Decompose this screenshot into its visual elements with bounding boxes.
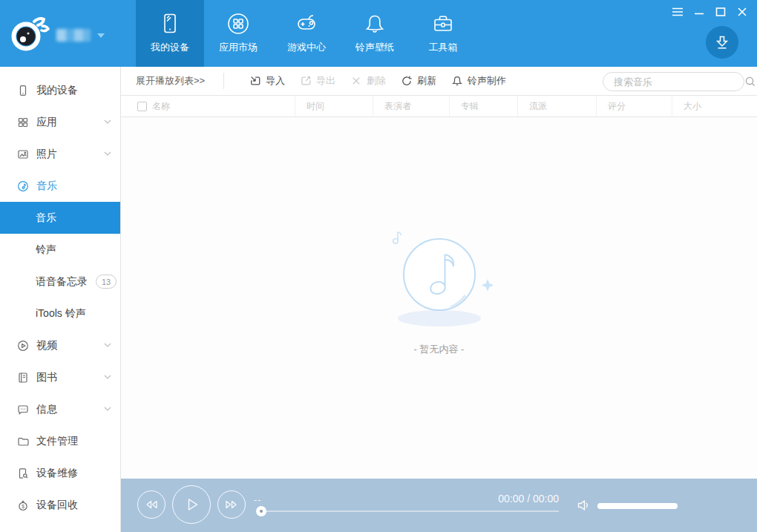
apps-grid-icon (16, 116, 29, 128)
empty-message: - 暂无内容 - (121, 343, 757, 356)
volume-fill (597, 503, 678, 509)
search-icon (744, 76, 756, 88)
search-box (603, 72, 744, 91)
tab-app-market[interactable]: 应用市场 (204, 0, 272, 67)
close-icon[interactable] (735, 5, 750, 19)
sidebar-item-device-repair[interactable]: 设备维修 (0, 457, 120, 489)
video-icon (16, 339, 29, 352)
rewind-icon (145, 500, 158, 509)
time-display: 00:00 / 00:00 (440, 493, 559, 505)
select-all-checkbox[interactable] (137, 102, 147, 111)
recycle-icon: $ (16, 499, 29, 511)
itools-window: 我的设备 应用市场 (0, 0, 757, 532)
next-track-button[interactable] (217, 490, 246, 519)
sidebar-item-apps[interactable]: 应用 (0, 106, 120, 138)
empty-music-illustration (369, 221, 510, 332)
music-icon (16, 180, 29, 192)
count-badge: 13 (96, 275, 117, 289)
tab-ringtone-wallpaper[interactable]: 铃声壁纸 (341, 0, 409, 67)
tab-label: 游戏中心 (287, 41, 326, 54)
current-track-label: -- (254, 494, 262, 505)
tab-my-device[interactable]: 我的设备 (136, 0, 204, 67)
column-header-rating[interactable]: 评分 (596, 96, 672, 116)
music-list-area: - 暂无内容 - (121, 117, 757, 479)
repair-icon (16, 467, 29, 479)
speaker-icon[interactable] (577, 499, 593, 512)
music-list-header: 名称 时间 表演者 专辑 流派 评分 大小 (121, 96, 757, 117)
search-input[interactable] (603, 76, 744, 88)
bell-icon (362, 8, 387, 39)
photo-icon (16, 148, 29, 160)
chevron-down-icon (104, 407, 111, 411)
sidebar-item-music-section[interactable]: 音乐 (0, 170, 120, 202)
sidebar-item-ringtones[interactable]: 铃声 (0, 234, 120, 266)
refresh-button[interactable]: 刷新 (401, 74, 436, 88)
sidebar-item-file-manager[interactable]: 文件管理 (0, 425, 120, 457)
ringtone-bell-icon (451, 75, 463, 87)
message-icon (16, 403, 29, 416)
toolbox-icon (430, 8, 456, 39)
sidebar-item-device-recycle[interactable]: $ 设备回收 (0, 489, 120, 521)
sidebar-item-voice-memos[interactable]: 语音备忘录 13 (0, 266, 120, 298)
sidebar-item-videos[interactable]: 视频 (0, 329, 120, 361)
export-icon (300, 75, 312, 87)
maximize-icon[interactable] (713, 5, 728, 19)
folder-icon (16, 435, 29, 447)
app-header: 我的设备 应用市场 (0, 0, 757, 67)
sidebar-item-my-device[interactable]: 我的设备 (0, 74, 120, 106)
column-header-name[interactable]: 名称 (121, 96, 295, 116)
play-button[interactable] (172, 485, 211, 524)
fast-forward-icon (225, 500, 238, 509)
sidebar-item-music[interactable]: 音乐 (0, 202, 120, 234)
download-icon (714, 34, 730, 50)
delete-icon (350, 75, 362, 87)
itools-logo-icon (6, 12, 52, 55)
toolbar: 展开播放列表>> 导入 导出 (121, 67, 757, 96)
tablet-icon (157, 8, 183, 39)
export-button[interactable]: 导出 (300, 74, 335, 88)
player-bar: -- 00:00 / 00:00 (121, 479, 757, 532)
chevron-down-icon (104, 119, 111, 124)
column-header-artist[interactable]: 表演者 (373, 96, 449, 116)
progress-track[interactable] (266, 510, 559, 512)
empty-state: - 暂无内容 - (121, 221, 757, 356)
tab-label: 应用市场 (219, 41, 258, 54)
sidebar-item-books[interactable]: 图书 (0, 361, 120, 393)
device-name-blurred (56, 29, 91, 42)
previous-track-button[interactable] (137, 490, 166, 519)
column-header-genre[interactable]: 流派 (517, 96, 596, 116)
tab-label: 我的设备 (151, 41, 189, 54)
app-market-icon (226, 8, 251, 39)
svg-text:$: $ (22, 503, 24, 508)
sidebar-item-itools-ringtones[interactable]: iTools 铃声 (0, 298, 120, 329)
sidebar-item-photos[interactable]: 照片 (0, 138, 120, 170)
sidebar-item-messages[interactable]: 信息 (0, 393, 120, 425)
minimize-icon[interactable] (692, 5, 707, 19)
import-button[interactable]: 导入 (249, 74, 285, 88)
tab-game-center[interactable]: 游戏中心 (272, 0, 341, 67)
phone-icon (16, 84, 29, 96)
sidebar: 我的设备 应用 照片 (0, 67, 121, 532)
chevron-down-icon (104, 343, 111, 347)
book-icon (16, 371, 29, 384)
toolbar-divider (223, 73, 224, 89)
menu-icon[interactable] (670, 5, 685, 19)
delete-button[interactable]: 删除 (350, 74, 386, 88)
column-header-size[interactable]: 大小 (672, 96, 757, 116)
gamepad-icon (293, 8, 320, 39)
chevron-down-icon (104, 375, 111, 379)
window-controls (670, 5, 750, 19)
volume-slider[interactable] (597, 503, 678, 509)
device-dropdown-arrow-icon[interactable] (97, 33, 105, 38)
tab-toolbox[interactable]: 工具箱 (409, 0, 477, 67)
ringtone-maker-button[interactable]: 铃声制作 (451, 74, 506, 88)
progress-knob[interactable] (256, 506, 266, 516)
download-button[interactable] (706, 26, 738, 59)
main-nav-tabs: 我的设备 应用市场 (136, 0, 477, 67)
column-header-album[interactable]: 专辑 (449, 96, 517, 116)
expand-playlist-toggle[interactable]: 展开播放列表>> (136, 74, 223, 88)
import-icon (249, 75, 261, 87)
column-header-time[interactable]: 时间 (295, 96, 373, 116)
tab-label: 工具箱 (429, 41, 458, 54)
tab-label: 铃声壁纸 (355, 41, 394, 54)
